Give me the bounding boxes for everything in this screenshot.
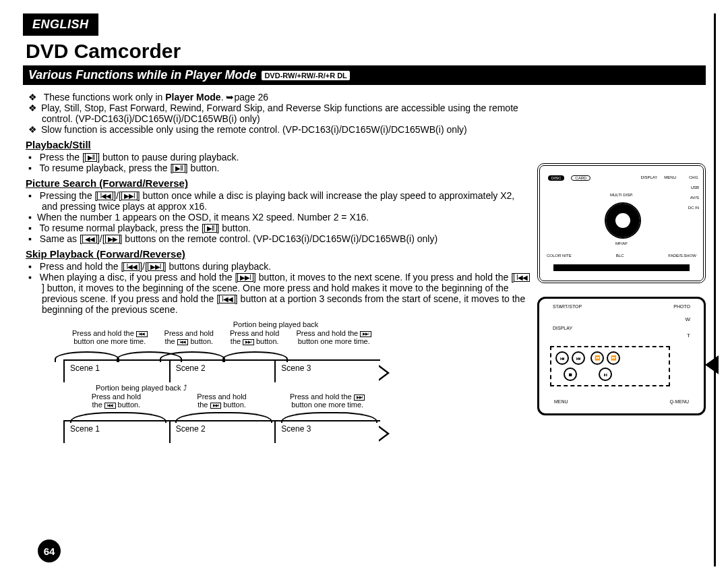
page-number: 64: [38, 539, 61, 562]
scene-segment: Scene 3: [274, 361, 380, 382]
diagram-caption: Press and hold the ▶▶I button.: [222, 328, 287, 346]
scene-diagram: Portion being played back Press and hold…: [63, 320, 380, 443]
figure-column: DISC CARD DISPLAY MENU CHG. USB AV/S DC …: [537, 89, 706, 443]
fast-forward-icon: ⏩: [607, 351, 620, 365]
scene-segment: Scene 2: [169, 361, 275, 382]
play-pause-icon: ⏯: [599, 368, 612, 381]
text-column: These functions work only in Player Mode…: [23, 89, 530, 443]
skip-back-icon: I◀◀: [97, 192, 113, 200]
diagram-caption: Press and hold the I◀◀ button.: [63, 392, 169, 409]
skip-fwd-icon: ▶▶I: [237, 273, 253, 282]
play-pause-icon: ▶II: [85, 153, 98, 162]
play-pause-icon: ▶II: [204, 224, 217, 233]
skip-fwd-icon: ⏭: [572, 351, 585, 365]
fast-forward-icon: ▶▶: [105, 235, 120, 243]
list-item: Pressing the [I◀◀]/[▶▶I] button once whi…: [42, 190, 530, 212]
scene-segment: Scene 2: [169, 421, 275, 443]
joystick-icon: [605, 202, 641, 239]
diagram-caption: Press and hold the ▶▶I button.: [169, 392, 275, 409]
list-item: When the number 1 appears on the OSD, it…: [42, 212, 530, 223]
skip-fwd-icon: ▶▶I: [148, 262, 164, 271]
list-item: To resume normal playback, press the [▶I…: [42, 223, 530, 233]
diagram-caption: Press and hold the I◀◀ button.: [156, 328, 222, 346]
remote-figure: START/STOPPHOTO DISPLAY W T ⏮ ⏭ ⏪ ⏩ ⏹ ⏯ …: [537, 297, 706, 415]
pointer-arrow-icon: [705, 355, 719, 374]
manual-page: ENGLISH DVD Camcorder Various Functions …: [15, 13, 716, 566]
skip-back-icon: ⏮: [555, 351, 569, 365]
intro-list: These functions work only in Player Mode…: [23, 92, 530, 135]
subheading-skip-playback: Skip Playback (Forward/Reverse): [26, 248, 530, 260]
intro-item: These functions work only in Player Mode…: [42, 92, 530, 103]
disc-type-label: DVD-RW/+RW/-R/+R DL: [262, 71, 349, 80]
stop-icon: ⏹: [564, 368, 577, 381]
section-heading-bar: Various Functions while in Player Mode D…: [23, 65, 706, 85]
page-title: DVD Camcorder: [26, 40, 706, 63]
portion-label-bottom: Portion being played back ⤴: [96, 384, 380, 392]
section-heading: Various Functions while in Player Mode: [28, 68, 256, 82]
portion-label-top: Portion being played back: [171, 320, 380, 328]
intro-item: Slow function is accessible only using t…: [42, 124, 530, 135]
scene-segment: Scene 1: [63, 421, 169, 443]
subheading-picture-search: Picture Search (Forward/Reverse): [26, 177, 530, 189]
diagram-caption: Press and hold the ▶▶I button one more t…: [274, 392, 380, 409]
diagram-caption: Press and hold the I◀◀ button one more t…: [63, 328, 156, 346]
skip-back-icon: I◀◀: [514, 273, 530, 282]
skip-back-icon: I◀◀: [123, 262, 140, 271]
subheading-playback: Playback/Still: [26, 139, 530, 150]
skip-fwd-icon: ▶▶I: [121, 192, 138, 200]
intro-item: Play, Still, Stop, Fast Forward, Rewind,…: [42, 103, 530, 124]
skip-back-icon: I◀◀: [219, 295, 235, 303]
diagram-caption: Press and hold the ▶▶I button one more t…: [287, 328, 380, 346]
camcorder-rear-figure: DISC CARD DISPLAY MENU CHG. USB AV/S DC …: [537, 163, 706, 283]
rewind-icon: ⏪: [590, 351, 604, 365]
play-pause-icon: ▶II: [173, 164, 185, 173]
scene-segment: Scene 1: [63, 361, 169, 382]
list-item: Press and hold the [I◀◀]/[▶▶I] buttons d…: [42, 261, 530, 272]
language-tab: ENGLISH: [23, 13, 98, 36]
list-item: Same as [◀◀]/[▶▶] buttons on the remote …: [42, 233, 530, 244]
list-item: When playing a disc, if you press and ho…: [42, 272, 530, 315]
list-item: To resume playback, press the [▶II] butt…: [42, 163, 530, 173]
scene-segment: Scene 3: [274, 421, 380, 443]
rewind-icon: ◀◀: [82, 235, 97, 243]
list-item: Press the [▶II] button to pause during p…: [42, 152, 530, 163]
